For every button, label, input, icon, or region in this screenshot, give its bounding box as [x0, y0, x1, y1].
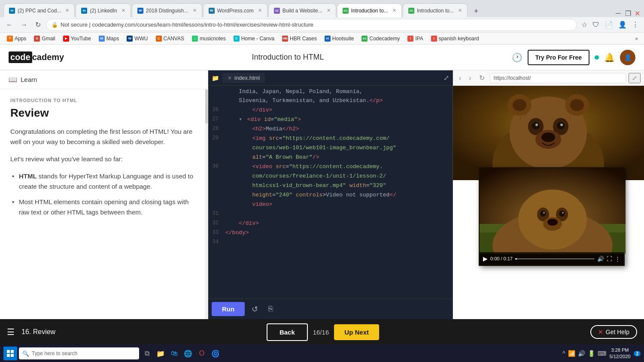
code-content[interactable]: India, Japan, Nepal, Poland, Romania, Sl…	[208, 86, 453, 299]
avatar[interactable]: 👤	[620, 50, 635, 65]
taskbar-search-box[interactable]: 🔍 Type here to search	[19, 347, 139, 359]
more-icon[interactable]: ⋮	[615, 256, 620, 262]
bookmark-canvas[interactable]: C CANVAS	[152, 35, 188, 42]
back-button[interactable]: Back	[267, 323, 308, 341]
bookmark-ipa[interactable]: I IPA	[404, 35, 426, 42]
file-tab-close[interactable]: ✕	[228, 75, 232, 81]
close-button[interactable]: ✕	[635, 9, 641, 15]
preview-reload-button[interactable]: ↻	[477, 73, 487, 83]
task-view-button[interactable]: ⧉	[141, 347, 153, 359]
code-line-30e: video>	[208, 200, 453, 210]
preview-content: ▶ 0:00 / 0:17 🔊 ⛶ ⋮	[453, 86, 644, 319]
chevron-up-icon[interactable]: ^	[562, 350, 565, 357]
volume-icon[interactable]: 🔊	[597, 256, 604, 262]
bookmark-star-button[interactable]: ☆	[580, 19, 589, 30]
tab-close-ppc[interactable]: ✕	[65, 8, 69, 13]
html-rest: stands for HyperText Markup Language and…	[19, 172, 193, 190]
progress-bar[interactable]	[515, 258, 595, 259]
lesson-list: HTML stands for HyperText Markup Languag…	[10, 171, 197, 217]
profile-button[interactable]: 👤	[617, 19, 629, 30]
reset-button[interactable]: ↺	[248, 303, 261, 316]
tab-close-2018[interactable]: ✕	[193, 8, 197, 13]
notification-badge[interactable]: 2	[634, 351, 641, 356]
tab-intro-active[interactable]: cc Introduction to... ✕	[337, 3, 402, 17]
code-line-30c: htmlcss1-vid_brown-bear.mp4" width="320"	[208, 181, 453, 191]
chrome-button[interactable]: 🌀	[210, 347, 222, 359]
tab-linkedin[interactable]: in (2) LinkedIn ✕	[76, 3, 131, 17]
tab-close-intro[interactable]: ✕	[392, 8, 396, 13]
tab-build[interactable]: W Build a Website... ✕	[268, 3, 336, 17]
bookmark-wwu[interactable]: W WWU	[123, 35, 151, 42]
bookmark-hootsuite[interactable]: H Hootsuite	[321, 35, 358, 42]
lock-icon: 🔒	[52, 22, 58, 28]
tab-2018[interactable]: W 2018 Distinguish... ✕	[132, 3, 202, 17]
volume-icon[interactable]: 🔊	[578, 350, 585, 357]
up-next-button[interactable]: Up Next	[334, 324, 379, 340]
lesson-body-2: Let's review what you've learned so far:	[10, 154, 197, 164]
network-icon[interactable]: 📶	[568, 350, 575, 357]
bell-icon[interactable]: 🔔	[604, 52, 615, 63]
tab-close-build[interactable]: ✕	[327, 8, 331, 13]
start-button[interactable]	[3, 347, 17, 360]
sidebar-scrollbar-thumb[interactable]	[205, 89, 208, 124]
svg-point-28	[543, 212, 545, 214]
bookmark-musicnotes[interactable]: ♪ musicnotes	[188, 35, 229, 42]
address-bar[interactable]: 🔒 Not secure | codecademy.com/courses/le…	[46, 19, 577, 31]
bookmark-gmail[interactable]: G Gmail	[30, 35, 58, 42]
codecademy-favicon: cc	[361, 36, 368, 42]
file-tab-label: index.html	[234, 75, 260, 81]
minimize-button[interactable]: ─	[616, 9, 622, 15]
shield-button[interactable]: 🛡	[591, 19, 601, 30]
forward-nav-button[interactable]: →	[18, 19, 30, 30]
extensions-button[interactable]: ⋮	[630, 19, 641, 30]
bookmark-apps[interactable]: ⠿ Apps	[3, 35, 30, 42]
learn-header[interactable]: 📖 Learn	[0, 70, 208, 89]
get-help-button[interactable]: ✕ Get Help	[590, 325, 637, 339]
browser-tabs: in (2) PPC and Cod... ✕ in (2) LinkedIn …	[0, 0, 644, 17]
tab-wordpress[interactable]: W WordPress.com ✕	[203, 3, 267, 17]
fullscreen-icon[interactable]: ⛶	[607, 256, 612, 262]
keyboard-icon[interactable]: ⌨	[598, 350, 606, 357]
run-button[interactable]: Run	[212, 302, 245, 316]
folder-icon[interactable]: 📁	[212, 75, 219, 81]
svg-rect-32	[7, 350, 10, 353]
battery-icon[interactable]: 🔋	[588, 350, 595, 357]
restore-button[interactable]: ❐	[625, 9, 631, 15]
tab-close-linkedin[interactable]: ✕	[122, 8, 125, 13]
editor-expand-icon[interactable]: ⤢	[444, 74, 449, 82]
acrobat-button[interactable]: 📄	[603, 19, 615, 30]
gmail-favicon: G	[34, 36, 40, 42]
play-icon[interactable]: ▶	[483, 255, 488, 262]
edge-button[interactable]: 🌐	[182, 347, 194, 359]
bookmarks-more-button[interactable]: »	[632, 35, 641, 42]
tab-close-intro2[interactable]: ✕	[458, 8, 462, 13]
musicnotes-favicon: ♪	[192, 36, 198, 42]
new-tab-button[interactable]: +	[470, 5, 482, 17]
back-nav-button[interactable]: ←	[3, 19, 15, 30]
html-bold: HTML	[19, 172, 37, 180]
hamburger-menu-icon[interactable]: ☰	[7, 327, 15, 337]
tab-intro2[interactable]: cc Introduction to... ✕	[403, 3, 468, 17]
svg-point-31	[547, 219, 558, 226]
tab-close-wordpress[interactable]: ✕	[258, 8, 262, 13]
preview-url-bar[interactable]: https://localhost/	[490, 73, 626, 83]
file-tab[interactable]: ✕ index.html	[222, 73, 265, 83]
preview-forward-button[interactable]: ›	[466, 73, 474, 83]
preview-back-button[interactable]: ‹	[456, 73, 464, 83]
office-button[interactable]: O	[196, 347, 208, 359]
tab-ppc[interactable]: in (2) PPC and Cod... ✕	[3, 3, 75, 17]
bookmark-youtube[interactable]: ▶ YouTube	[60, 35, 94, 42]
bookmark-codecademy[interactable]: cc Codecademy	[358, 35, 403, 42]
reload-button[interactable]: ↻	[33, 19, 43, 30]
bookmark-hbr[interactable]: HB HBR Cases	[279, 35, 320, 42]
file-explorer-button[interactable]: 📁	[155, 347, 167, 359]
store-button[interactable]: 🛍	[168, 347, 180, 359]
pro-button[interactable]: Try Pro For Free	[528, 50, 589, 65]
bookmark-canva[interactable]: C Home - Canva	[230, 35, 278, 42]
bookmark-maps[interactable]: M Maps	[95, 35, 122, 42]
sidebar-scrollbar-track[interactable]	[205, 89, 208, 319]
copy-button[interactable]: ⎘	[265, 303, 276, 315]
cc-logo[interactable]: codecademy	[9, 51, 64, 63]
bookmark-spanish[interactable]: I spanish keyboard	[428, 35, 483, 42]
preview-expand-button[interactable]: ⤢	[629, 73, 641, 83]
